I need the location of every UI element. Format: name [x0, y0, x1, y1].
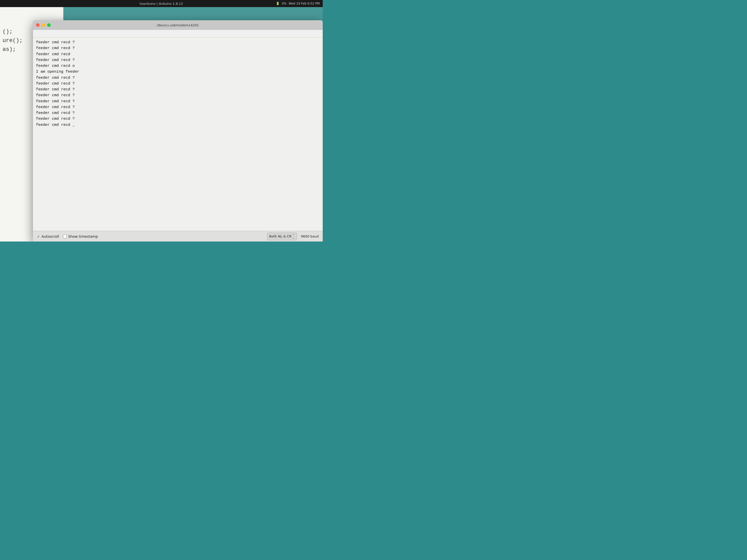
timestamp-group: Show timestamp — [63, 234, 98, 238]
battery-icon: 🔋 — [276, 2, 280, 5]
serial-line: feeder cmd recd ? — [36, 75, 320, 81]
window-title: /dev/cu.usbmodem14201 — [157, 23, 199, 27]
app-title: toarduino | Arduino 1.8.12 — [140, 2, 183, 5]
autoscroll-group: ✓ Autoscroll — [37, 234, 59, 238]
maximize-button[interactable] — [47, 23, 51, 27]
close-button[interactable] — [36, 23, 40, 27]
timestamp-label: Show timestamp — [68, 234, 98, 238]
top-bar: toarduino | Arduino 1.8.12 🔋 0% Wed 19 F… — [0, 0, 323, 7]
window-controls[interactable] — [36, 23, 51, 27]
serial-line: feeder cmd recd ? — [36, 92, 320, 98]
serial-line: I am opening feeder — [36, 69, 320, 75]
serial-line: feeder cmd recd ? — [36, 86, 320, 92]
autoscroll-label: Autoscroll — [42, 234, 59, 238]
serial-line: feeder cmd recd ? — [36, 45, 320, 51]
line-ending-label: Both NL & CR — [269, 234, 291, 238]
minimize-button[interactable] — [42, 23, 45, 27]
serial-line: feeder cmd recd ? — [36, 104, 320, 110]
datetime: Wed 19 Feb 6:52 PM — [289, 2, 320, 5]
baud-rate-label: 9600 baud — [301, 234, 319, 238]
serial-line: feeder cmd recd ? — [36, 57, 320, 63]
serial-line: feeder cmd recd ? — [36, 116, 320, 122]
serial-line: feeder cmd recd _ — [36, 122, 320, 128]
chevron-up-down-icon: ⌃⌄ — [292, 234, 294, 239]
top-bar-right: 🔋 0% Wed 19 Feb 6:52 PM — [276, 2, 320, 5]
serial-line: feeder cmd recd o — [36, 63, 320, 69]
serial-line: feeder cmd recd ? — [36, 99, 320, 104]
serial-input-bar[interactable] — [33, 30, 323, 37]
serial-line: feeder cmd recd ? — [36, 110, 320, 116]
serial-output-area: feeder cmd recd ?feeder cmd recd ?feeder… — [33, 37, 323, 231]
line-ending-dropdown[interactable]: Both NL & CR ⌃⌄ — [267, 233, 297, 240]
title-bar: /dev/cu.usbmodem14201 — [33, 20, 323, 30]
battery-percent: 0% — [282, 2, 286, 5]
autoscroll-checkmark: ✓ — [37, 234, 40, 238]
serial-line: feeder cmd recd — [36, 51, 320, 57]
timestamp-checkbox[interactable] — [63, 235, 67, 238]
serial-line: feeder cmd recd ? — [36, 81, 320, 86]
bottom-toolbar: ✓ Autoscroll Show timestamp Both NL & CR… — [33, 231, 323, 242]
serial-line: feeder cmd recd ? — [36, 39, 320, 45]
serial-monitor-window: /dev/cu.usbmodem14201 feeder cmd recd ?f… — [33, 20, 323, 242]
